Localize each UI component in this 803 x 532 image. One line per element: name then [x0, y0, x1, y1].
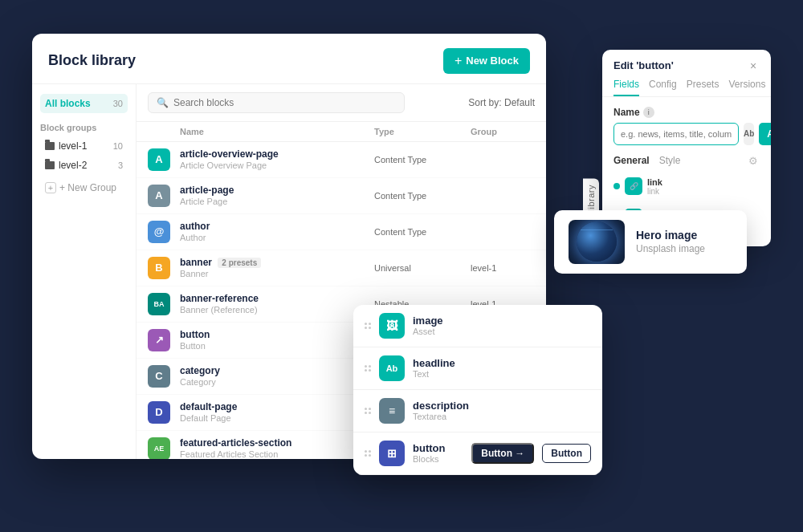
block-subname: Button — [180, 341, 374, 351]
block-subname: Author — [180, 233, 374, 242]
table-row[interactable]: @ author Author Content Type — [137, 214, 546, 250]
block-icon: ↗ — [148, 329, 170, 351]
block-subname: Article Overview Page — [180, 160, 374, 170]
field-block-icon-button: ⊞ — [379, 441, 405, 466]
group-left: level-1 — [45, 140, 87, 152]
field-block-name-2: headline — [413, 357, 591, 369]
table-row[interactable]: A article-page Article Page Content Type — [137, 178, 546, 214]
sidebar-item-level2[interactable]: level-2 3 — [40, 156, 128, 174]
col-type: Type — [374, 127, 471, 136]
group-label-2: level-2 — [59, 160, 87, 171]
tab-config[interactable]: Config — [649, 79, 677, 96]
sort-label[interactable]: Sort by: Default — [468, 97, 535, 108]
name-label: Name — [613, 107, 640, 118]
block-icon: D — [148, 401, 170, 424]
hero-subtitle: Unsplash image — [636, 243, 705, 254]
field-type-icon: 🔗 — [625, 177, 642, 195]
fields-row-image[interactable]: 🖼 image Asset — [353, 305, 602, 347]
search-input[interactable] — [173, 97, 396, 108]
new-block-button[interactable]: New Block — [443, 48, 530, 74]
block-info: article-overview-page Article Overview P… — [180, 148, 374, 170]
block-name: featured-articles-section — [180, 437, 374, 449]
block-info: category Category — [180, 365, 374, 387]
block-icon: B — [148, 257, 170, 279]
field-type: link — [647, 187, 760, 196]
sidebar-item-level1[interactable]: level-1 10 — [40, 137, 128, 155]
group-count-2: 3 — [118, 160, 123, 170]
add-button[interactable]: Add — [759, 123, 771, 145]
fields-row-description[interactable]: ≡ description Textarea — [353, 390, 602, 433]
hero-title: Hero image — [636, 229, 705, 242]
folder-icon-2 — [45, 161, 55, 169]
add-group-label: + New Group — [59, 182, 116, 193]
fields-row-headline[interactable]: Ab headline Text — [353, 347, 602, 390]
col-group: Group — [471, 127, 535, 136]
tab-versions[interactable]: Versions — [728, 79, 765, 96]
general-style-tabs: General Style ⚙ — [613, 155, 760, 166]
block-type: Content Type — [374, 227, 471, 237]
hero-card-info: Hero image Unsplash image — [636, 229, 705, 254]
group-label: level-1 — [59, 140, 87, 152]
group-left-2: level-2 — [45, 160, 87, 171]
block-icon: BA — [148, 293, 170, 315]
block-icon: @ — [148, 221, 170, 243]
tab-presets[interactable]: Presets — [687, 79, 719, 96]
sidebar-all-blocks[interactable]: All blocks 30 — [40, 94, 128, 113]
block-icon: A — [148, 148, 170, 171]
gs-tab-general[interactable]: General — [613, 155, 650, 166]
ab-badge: Ab — [744, 123, 754, 145]
search-box[interactable]: 🔍 — [148, 92, 405, 113]
drag-handle-3[interactable] — [365, 408, 371, 414]
field-block-icon-image: 🖼 — [379, 313, 405, 339]
field-block-info-4: button Blocks — [413, 442, 463, 464]
table-row[interactable]: A article-overview-page Article Overview… — [137, 142, 546, 178]
block-info: default-page Default Page — [180, 401, 374, 423]
name-input[interactable] — [613, 123, 739, 145]
hero-card: Hero image Unsplash image — [554, 210, 747, 274]
block-subname: Banner (Reference) — [180, 305, 374, 315]
add-group-button[interactable]: + + New Group — [40, 179, 128, 197]
gs-tab-style[interactable]: Style — [659, 155, 681, 166]
tab-fields[interactable]: Fields — [613, 79, 639, 96]
gear-icon[interactable]: ⚙ — [748, 155, 760, 166]
color-dot — [613, 183, 620, 189]
table-row[interactable]: B banner 2 presets Banner Universal leve… — [137, 250, 546, 286]
gs-tabs-left: General Style — [613, 155, 680, 166]
block-info: author Author — [180, 221, 374, 242]
close-button[interactable]: × — [747, 59, 760, 72]
field-block-name-4: button — [413, 442, 463, 454]
col-name: Name — [180, 127, 374, 136]
block-icon: A — [148, 185, 170, 207]
folder-icon — [45, 142, 55, 150]
block-info: banner 2 presets Banner — [180, 257, 374, 278]
block-info: button Button — [180, 329, 374, 351]
info-icon: i — [643, 107, 654, 118]
button-arrow-tag[interactable]: Button → — [471, 443, 534, 464]
block-subname: Banner — [180, 269, 374, 278]
field-block-info-3: description Textarea — [413, 400, 591, 421]
field-row-info: link link — [647, 177, 760, 196]
field-block-icon-headline: Ab — [379, 355, 405, 381]
field-block-name: image — [413, 315, 591, 327]
group-count: 10 — [113, 141, 123, 151]
panel-header: Block library New Block — [32, 34, 546, 84]
drag-handle-4[interactable] — [365, 450, 371, 457]
hero-globe — [577, 221, 617, 262]
block-name: article-overview-page — [180, 148, 374, 160]
all-blocks-count: 30 — [113, 99, 123, 108]
field-block-type-3: Textarea — [413, 412, 591, 421]
block-group: level-1 — [471, 263, 535, 273]
button-outline-tag[interactable]: Button — [542, 444, 591, 463]
sidebar-section-title: Block groups — [40, 123, 128, 132]
block-subname: Article Page — [180, 197, 374, 206]
block-name: banner-reference — [180, 293, 374, 304]
drag-handle[interactable] — [365, 323, 371, 329]
drag-handle-2[interactable] — [365, 365, 371, 372]
block-info: banner-reference Banner (Reference) — [180, 293, 374, 315]
table-header: Name Type Group — [137, 122, 546, 142]
block-icon: AE — [148, 437, 170, 459]
field-input-row: Ab Add — [613, 123, 760, 145]
fields-row-button[interactable]: ⊞ button Blocks Button → Button — [353, 433, 602, 475]
field-row-link[interactable]: 🔗 link link — [613, 174, 760, 199]
plus-icon: + — [45, 182, 56, 193]
